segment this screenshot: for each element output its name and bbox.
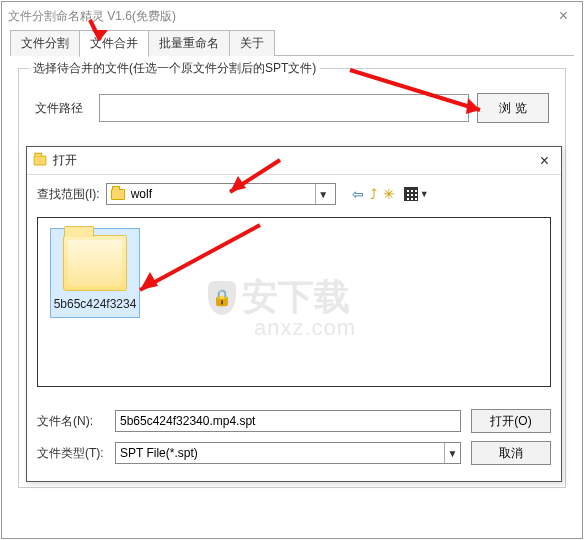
browse-button-label: 浏 览 [499,101,526,115]
lookin-label: 查找范围(I): [37,186,100,203]
lookin-value: wolf [131,187,309,201]
tab-about[interactable]: 关于 [229,30,275,56]
path-label: 文件路径 [35,100,91,117]
filename-label: 文件名(N): [37,413,105,430]
tab-split[interactable]: 文件分割 [10,30,80,56]
dialog-toolbar: 查找范围(I): wolf ▼ ⇦ ⤴ ✳ ▼ [27,175,561,213]
open-button-label: 打开(O) [490,414,531,428]
open-dialog: 打开 × 查找范围(I): wolf ▼ ⇦ ⤴ ✳ ▼ 🔒 安下载 anxz.… [26,146,562,482]
cancel-button[interactable]: 取消 [471,441,551,465]
filename-row: 文件名(N): 打开(O) [37,409,551,433]
tab-merge[interactable]: 文件合并 [79,30,149,57]
chevron-down-icon[interactable]: ▼ [444,443,460,463]
cancel-button-label: 取消 [499,446,523,460]
lock-icon: 🔒 [212,288,232,307]
window-title: 文件分割命名精灵 V1.6(免费版) [8,8,176,25]
dialog-title: 打开 [53,152,77,169]
list-item-selected: 5b65c424f3234 [50,228,140,318]
path-row: 文件路径 浏 览 [19,69,565,141]
watermark: 🔒 安下载 anxz.com [208,273,350,322]
open-button[interactable]: 打开(O) [471,409,551,433]
tab-rename[interactable]: 批量重命名 [148,30,230,56]
list-item-label: 5b65c424f3234 [53,295,137,313]
lookin-combo[interactable]: wolf ▼ [106,183,336,205]
titlebar: 文件分割命名精灵 V1.6(免费版) × [2,2,582,30]
view-mode-button[interactable]: ▼ [401,185,432,203]
browse-button[interactable]: 浏 览 [477,93,549,123]
shield-icon: 🔒 [208,281,236,315]
chevron-down-icon: ▼ [420,189,429,199]
up-folder-icon[interactable]: ⤴ [370,186,377,202]
filetype-value: SPT File(*.spt) [120,446,444,460]
tab-split-label: 文件分割 [21,36,69,50]
filetype-combo[interactable]: SPT File(*.spt) ▼ [115,442,461,464]
list-item[interactable]: 5b65c424f3234 [50,228,140,318]
close-icon[interactable]: × [551,7,576,25]
new-folder-icon[interactable]: ✳ [383,186,395,202]
grid-icon [404,187,418,201]
toolbar-icons: ⇦ ⤴ ✳ ▼ [352,185,432,203]
tab-rename-label: 批量重命名 [159,36,219,50]
folder-icon [34,156,47,166]
filetype-label: 文件类型(T): [37,445,105,462]
back-icon[interactable]: ⇦ [352,186,364,202]
folder-icon [63,235,127,291]
filetype-row: 文件类型(T): SPT File(*.spt) ▼ 取消 [37,441,551,465]
file-list[interactable]: 🔒 安下载 anxz.com 5b65c424f3234 [37,217,551,387]
tab-about-label: 关于 [240,36,264,50]
watermark-cn: 安下载 [242,273,350,322]
dialog-bottom: 文件名(N): 打开(O) 文件类型(T): SPT File(*.spt) ▼… [27,397,561,475]
filename-input[interactable] [115,410,461,432]
folder-icon [111,189,125,200]
path-input[interactable] [99,94,469,122]
chevron-down-icon[interactable]: ▼ [315,184,331,204]
groupbox-title: 选择待合并的文件(任选一个原文件分割后的SPT文件) [29,60,320,77]
dialog-close-icon[interactable]: × [534,152,555,170]
tab-merge-label: 文件合并 [90,36,138,50]
tabs: 文件分割 文件合并 批量重命名 关于 [2,30,582,56]
dialog-titlebar: 打开 × [27,147,561,175]
watermark-en: anxz.com [254,315,356,341]
